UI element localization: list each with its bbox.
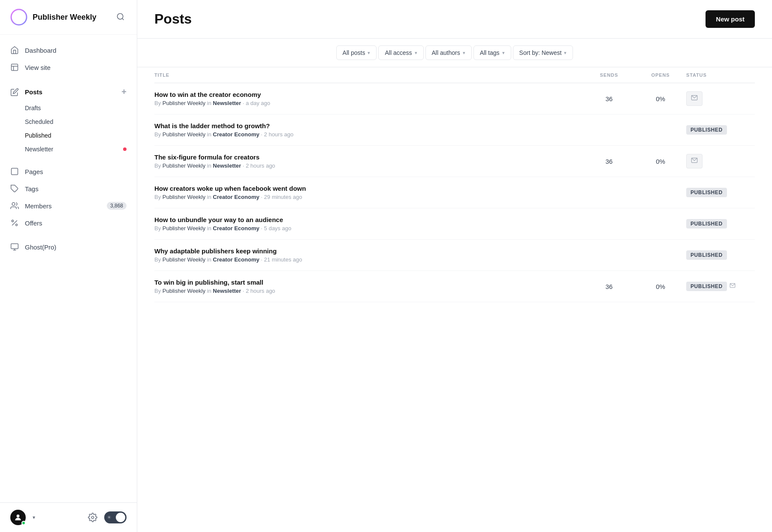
svg-line-2 [122,18,124,20]
brand: Publisher Weekly [10,9,96,26]
post-time: 29 minutes ago [264,194,302,200]
svg-line-9 [12,220,17,225]
col-title: TITLE [154,72,583,78]
main-header: Posts New post [137,0,772,39]
post-sends: 36 [583,95,635,102]
sidebar-item-scheduled[interactable]: Scheduled [25,115,137,129]
members-badge: 3,868 [107,202,127,210]
table-row[interactable]: How to win at the creator economy By Pub… [154,83,755,114]
table-row[interactable]: The six-figure formula for creators By P… [154,146,755,177]
post-meta: By Publisher Weekly in Newsletter · 2 ho… [154,288,583,294]
svg-rect-3 [12,64,18,71]
pages-label: Pages [25,168,43,175]
email-status-icon [686,91,703,106]
sidebar-item-offers[interactable]: Offers [0,214,137,231]
filter-all-posts[interactable]: All posts ▾ [336,45,377,60]
tag-icon [10,184,19,193]
chevron-down-icon: ▾ [564,50,567,56]
chevron-down-icon: ▾ [502,50,505,56]
post-author: Publisher Weekly [163,100,205,106]
members-label: Members [25,202,52,210]
email-status-icon [686,154,703,168]
post-time: 2 hours ago [264,131,294,138]
post-status: PUBLISHED [686,188,755,197]
table-header: TITLE SENDS OPENS STATUS [154,67,755,83]
percent-icon [10,219,19,227]
filters-bar: All posts ▾ All access ▾ All authors ▾ A… [137,39,772,67]
toggle-knob [116,513,125,522]
post-meta: By Publisher Weekly in Creator Economy ·… [154,194,583,200]
col-sends: SENDS [583,72,635,78]
post-info: How to win at the creator economy By Pub… [154,91,583,106]
edit-icon [10,88,19,96]
tags-label: Tags [25,185,39,192]
post-opens: 0% [635,95,686,102]
sidebar-item-newsletter[interactable]: Newsletter [25,142,137,156]
post-title: How to win at the creator economy [154,91,583,98]
sidebar-item-posts[interactable]: Posts + [0,83,137,101]
filter-sort[interactable]: Sort by: Newest ▾ [513,45,573,60]
post-tag: Newsletter [213,288,241,294]
search-button[interactable] [115,11,127,24]
post-info: How creators woke up when facebook went … [154,185,583,200]
post-sends: 36 [583,158,635,165]
sidebar-item-published[interactable]: Published [25,129,137,142]
post-tag: Newsletter [213,100,241,106]
avatar[interactable] [10,510,26,525]
table-row[interactable]: What is the ladder method to growth? By … [154,114,755,146]
post-title: The six-figure formula for creators [154,153,583,161]
sidebar-item-dashboard[interactable]: Dashboard [0,42,137,59]
post-status [686,154,755,168]
status-badge: PUBLISHED [686,125,727,135]
all-tags-label: All tags [480,49,500,56]
file-icon [10,167,19,176]
home-icon [10,46,19,54]
sidebar: Publisher Weekly Dashboard View site [0,0,137,532]
email-icon [730,283,736,289]
svg-point-8 [12,203,15,206]
filter-all-authors[interactable]: All authors ▾ [425,45,472,60]
sidebar-item-drafts[interactable]: Drafts [25,101,137,115]
sidebar-item-viewsite[interactable]: View site [0,59,137,76]
post-opens: 0% [635,158,686,165]
post-tag: Newsletter [213,162,241,169]
table-row[interactable]: How to unbundle your way to an audience … [154,208,755,240]
post-author: Publisher Weekly [163,162,205,169]
avatar-icon [14,513,22,522]
new-post-button[interactable]: New post [706,10,755,28]
sidebar-item-members[interactable]: Members 3,868 [0,197,137,214]
viewsite-label: View site [25,64,51,71]
table-row[interactable]: Why adaptable publishers keep winning By… [154,240,755,271]
sidebar-item-ghostpro[interactable]: Ghost(Pro) [0,238,137,255]
svg-rect-12 [11,244,18,249]
scheduled-label: Scheduled [25,118,53,125]
post-meta: By Publisher Weekly in Creator Economy ·… [154,225,583,231]
layout-icon [10,63,19,72]
chevron-down-icon: ▾ [368,50,370,56]
avatar-online-dot [21,521,26,525]
all-authors-label: All authors [432,49,460,56]
filter-all-access[interactable]: All access ▾ [378,45,423,60]
settings-icon[interactable] [88,513,97,522]
sidebar-nav: Dashboard View site Posts + Drafts [0,35,137,502]
drafts-label: Drafts [25,105,41,111]
table-row[interactable]: To win big in publishing, start small By… [154,271,755,302]
post-tag: Creator Economy [213,256,259,263]
post-meta: By Publisher Weekly in Creator Economy ·… [154,131,583,138]
account-chevron[interactable]: ▾ [33,514,35,520]
post-time: 2 hours ago [246,162,275,169]
sidebar-header: Publisher Weekly [0,0,137,35]
theme-toggle[interactable]: ☀ [104,511,127,523]
newsletter-label: Newsletter [25,146,53,153]
add-post-icon[interactable]: + [121,87,127,97]
post-tag: Creator Economy [213,225,259,231]
table-row[interactable]: How creators woke up when facebook went … [154,177,755,208]
post-status: PUBLISHED [686,250,755,260]
svg-rect-6 [12,168,18,175]
post-title: How creators woke up when facebook went … [154,185,583,192]
sidebar-item-pages[interactable]: Pages [0,163,137,180]
filter-all-tags[interactable]: All tags ▾ [473,45,511,60]
sidebar-item-tags[interactable]: Tags [0,180,137,197]
post-info: The six-figure formula for creators By P… [154,153,583,169]
status-badge: PUBLISHED [686,250,727,260]
